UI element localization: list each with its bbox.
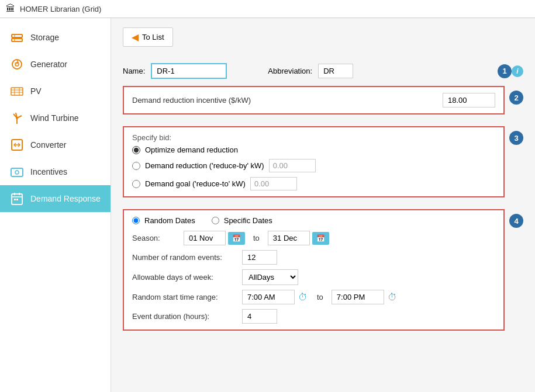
random-dates-label: Random Dates — [144, 216, 195, 225]
sidebar-item-storage[interactable]: Storage — [0, 24, 111, 51]
incentive-input[interactable] — [443, 93, 495, 107]
bid-reduce-to-radio[interactable] — [132, 180, 140, 188]
sidebar-storage-label: Storage — [30, 33, 59, 42]
name-label: Name: — [123, 67, 145, 75]
section-dates: Random Dates Specific Dates Season: 📅 to… — [123, 209, 505, 331]
wind-turbine-icon — [9, 110, 25, 126]
sidebar-converter-label: Converter — [30, 140, 66, 150]
start-time-label: Random start time range: — [132, 293, 237, 301]
duration-input[interactable] — [242, 309, 277, 324]
title-bar: 🏛 HOMER Librarian (Grid) — [0, 0, 535, 18]
specify-bid-label: Specify bid: — [132, 133, 495, 142]
arrow-left-icon: ◀ — [132, 32, 139, 43]
bid-optimize-radio[interactable] — [132, 146, 140, 154]
to-list-label: To List — [142, 33, 164, 41]
name-input[interactable] — [151, 63, 227, 79]
svg-rect-0 — [12, 34, 22, 37]
start-time-to-input[interactable] — [332, 290, 384, 304]
sidebar-item-pv[interactable]: PV — [0, 78, 111, 105]
bid-reduce-by-label: Demand reduction ('reduce-by' kW) — [145, 161, 264, 170]
bid-reduce-to-label: Demand goal ('reduce-to' kW) — [145, 179, 246, 188]
svg-point-15 — [15, 171, 19, 174]
season-from-input[interactable] — [184, 231, 226, 245]
sidebar-item-converter[interactable]: Converter — [0, 131, 111, 158]
allowable-days-label: Allowable days of week: — [132, 273, 237, 282]
sidebar: Storage Generator — [0, 18, 111, 392]
abbreviation-input[interactable] — [318, 64, 353, 78]
sidebar-item-generator[interactable]: Generator — [0, 51, 111, 78]
start-time-from-group: ⏱ — [242, 290, 309, 304]
storage-icon — [9, 30, 25, 45]
to-list-button[interactable]: ◀ To List — [123, 27, 173, 47]
sidebar-item-wind-turbine[interactable]: Wind Turbine — [0, 105, 111, 131]
info-icon[interactable]: i — [512, 65, 523, 77]
season-label: Season: — [132, 234, 179, 242]
num-events-label: Number of random events: — [132, 253, 237, 262]
svg-rect-22 — [16, 199, 18, 200]
app-icon: 🏛 — [6, 4, 15, 14]
step-badge-1: 1 — [498, 64, 512, 78]
bid-reduce-by-input[interactable] — [269, 159, 316, 172]
sidebar-wind-label: Wind Turbine — [30, 113, 78, 123]
incentive-label: Demand reduction incentive ($/kW) — [132, 96, 438, 105]
duration-label: Event duration (hours): — [132, 312, 237, 321]
svg-rect-21 — [14, 199, 16, 200]
converter-icon — [9, 137, 25, 152]
step-badge-4: 4 — [509, 214, 523, 228]
svg-rect-14 — [11, 168, 23, 176]
bid-optimize-label: Optimize demand reduction — [145, 145, 238, 154]
svg-rect-1 — [12, 39, 22, 41]
bid-reduce-by-radio[interactable] — [132, 162, 140, 170]
start-time-from-clock-btn[interactable]: ⏱ — [297, 292, 309, 303]
start-time-to-clock-btn[interactable]: ⏱ — [386, 292, 398, 303]
random-dates-radio[interactable] — [132, 217, 140, 224]
season-to-input[interactable] — [268, 231, 310, 245]
bid-radio-group: Optimize demand reduction Demand reducti… — [132, 145, 495, 190]
to-separator-2: to — [317, 293, 323, 301]
sidebar-item-demand-response[interactable]: Demand Response — [0, 185, 111, 212]
svg-point-12 — [16, 117, 18, 119]
bid-reduce-to-input[interactable] — [250, 177, 297, 190]
start-time-from-input[interactable] — [242, 290, 295, 304]
abbreviation-label: Abbreviation: — [268, 67, 312, 75]
generator-icon — [9, 57, 25, 72]
num-events-input[interactable] — [242, 250, 277, 265]
sidebar-generator-label: Generator — [30, 60, 67, 69]
sidebar-demand-label: Demand Response — [30, 194, 101, 203]
content-area: ◀ To List Name: Abbreviation: 1 i Demand… — [111, 18, 535, 392]
step-badge-3: 3 — [509, 131, 523, 145]
svg-rect-6 — [11, 88, 23, 95]
pv-icon — [9, 84, 25, 99]
season-to-group: 📅 — [268, 231, 329, 245]
demand-response-icon — [9, 191, 25, 206]
section-incentive: Demand reduction incentive ($/kW) — [123, 86, 505, 115]
incentives-icon — [9, 164, 25, 179]
specific-dates-label: Specific Dates — [224, 216, 272, 225]
sidebar-incentives-label: Incentives — [30, 167, 67, 176]
season-from-calendar-btn[interactable]: 📅 — [228, 232, 245, 245]
season-from-group: 📅 — [184, 231, 245, 245]
sidebar-item-incentives[interactable]: Incentives — [0, 158, 111, 185]
allowable-days-select[interactable]: AllDays Weekdays Weekends — [242, 269, 298, 285]
to-separator-1: to — [253, 234, 260, 242]
start-time-to-group: ⏱ — [332, 290, 398, 304]
section-bid: Specify bid: Optimize demand reduction D… — [123, 126, 505, 197]
step-badge-2: 2 — [509, 91, 523, 105]
season-to-calendar-btn[interactable]: 📅 — [312, 232, 329, 245]
app-title: HOMER Librarian (Grid) — [20, 5, 101, 13]
specific-dates-radio[interactable] — [212, 217, 219, 224]
sidebar-pv-label: PV — [30, 86, 42, 96]
